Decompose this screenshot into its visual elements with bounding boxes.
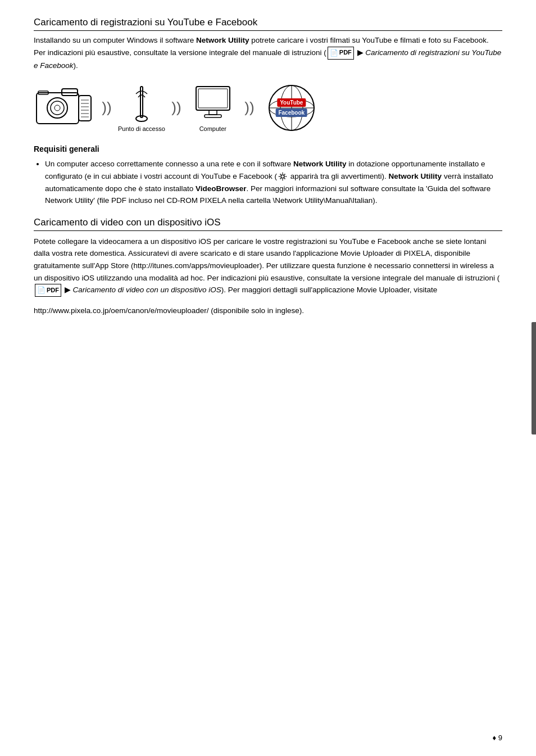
globe-icon [266,83,317,133]
section2-title: Caricamento di video con un dispositivo … [34,217,502,231]
access-point-container: Punto di accesso [118,84,165,132]
access-point-label: Punto di accesso [118,125,165,132]
svg-point-29 [281,175,284,178]
svg-rect-20 [209,110,217,115]
access-point-icon [133,84,151,123]
wifi-waves-1: )) [96,84,118,132]
pdf-icon1: 📄PDF [328,47,354,60]
svg-text:)): )) [244,99,254,116]
network-utility-bold1: Network Utility [196,36,249,44]
facebook-label: Facebook [275,108,307,117]
svg-text:)): )) [102,99,111,116]
section2-url: http://www.pixela.co.jp/oem/canon/e/movi… [34,305,502,317]
wifi-waves-2: )) [165,84,188,132]
requisiti-title: Requisiti generali [34,144,502,153]
gear-icon [278,172,287,181]
bullet-item-1: Un computer acceso correttamente conness… [45,158,502,206]
diagram-area: )) Punto di accesso )) Computer [34,83,502,133]
page-number: ♦ 9 [493,734,502,742]
computer-icon [193,84,233,123]
svg-rect-18 [196,87,230,110]
right-accent-bar [532,322,536,434]
svg-point-16 [136,116,147,121]
svg-rect-19 [198,89,228,108]
section2-body: Potete collegare la videocamera a un dis… [34,236,502,297]
yt-fb-icons: YouTube Facebook [266,83,317,133]
wifi-waves-3: )) [238,84,261,132]
camera-icon [34,84,96,132]
svg-point-2 [51,101,64,115]
youtube-label: YouTube [277,98,306,107]
pdf-icon2: 📄PDF [35,284,61,297]
computer-label: Computer [199,125,226,132]
svg-point-3 [54,105,60,111]
svg-text:)): )) [171,99,181,116]
requisiti-list: Un computer acceso correttamente conness… [45,158,502,206]
svg-rect-21 [205,115,221,117]
videobrowser-bold: VideoBrowser [196,184,247,193]
computer-container: Computer [193,84,233,132]
globe-container: YouTube Facebook [266,83,317,133]
network-utility-bold2: Network Utility [293,160,347,168]
network-utility-bold3: Network Utility [389,172,442,180]
italic-ref2: Caricamento di video con un dispositivo … [73,286,221,294]
section1-title: Caricamento di registrazioni su YouTube … [34,17,502,31]
section1-intro: Installando su un computer Windows il so… [34,34,502,71]
